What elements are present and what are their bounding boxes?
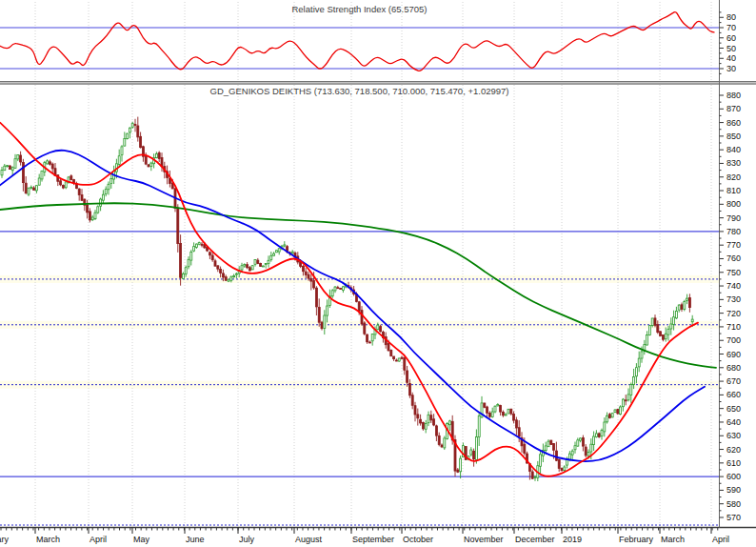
svg-text:August: August xyxy=(295,535,323,544)
svg-text:80: 80 xyxy=(726,12,736,22)
svg-text:770: 770 xyxy=(726,240,741,250)
svg-text:660: 660 xyxy=(726,390,741,399)
svg-text:860: 860 xyxy=(726,118,741,128)
svg-text:30: 30 xyxy=(726,64,736,73)
svg-text:650: 650 xyxy=(726,404,741,414)
svg-text:820: 820 xyxy=(726,172,741,182)
svg-text:880: 880 xyxy=(726,91,741,100)
svg-text:600: 600 xyxy=(726,472,741,481)
price-plot-area[interactable] xyxy=(0,85,719,526)
svg-text:2019: 2019 xyxy=(563,535,582,544)
svg-text:September: September xyxy=(352,535,394,544)
svg-text:580: 580 xyxy=(726,499,741,509)
svg-text:620: 620 xyxy=(726,445,741,455)
svg-text:870: 870 xyxy=(726,104,741,113)
svg-text:April: April xyxy=(90,535,107,544)
price-y-axis: 5705805906006106206306406506606706806907… xyxy=(720,91,742,522)
svg-text:730: 730 xyxy=(726,294,741,304)
svg-text:50: 50 xyxy=(726,44,736,53)
rsi-plot-area[interactable] xyxy=(0,0,719,81)
svg-text:680: 680 xyxy=(726,363,741,373)
svg-text:March: March xyxy=(661,535,685,544)
svg-text:July: July xyxy=(239,535,255,544)
chart-window: 3040506070805705805906006106206306406506… xyxy=(0,0,756,547)
svg-text:790: 790 xyxy=(726,213,741,223)
svg-text:March: March xyxy=(36,535,60,544)
svg-text:700: 700 xyxy=(726,335,741,345)
svg-text:630: 630 xyxy=(726,431,741,440)
svg-text:670: 670 xyxy=(726,376,741,386)
svg-text:November: November xyxy=(464,535,504,544)
rsi-y-axis: 304050607080 xyxy=(720,12,737,74)
svg-text:June: June xyxy=(186,535,205,544)
svg-text:70: 70 xyxy=(726,23,736,32)
svg-text:640: 640 xyxy=(726,417,741,427)
svg-text:May: May xyxy=(133,535,150,544)
svg-text:720: 720 xyxy=(726,309,741,318)
svg-text:840: 840 xyxy=(726,145,741,154)
svg-text:850: 850 xyxy=(726,132,741,141)
svg-text:December: December xyxy=(515,535,555,544)
svg-text:570: 570 xyxy=(726,513,741,522)
svg-text:760: 760 xyxy=(726,253,741,263)
svg-text:810: 810 xyxy=(726,186,741,195)
svg-text:710: 710 xyxy=(726,322,741,332)
svg-text:830: 830 xyxy=(726,158,741,168)
svg-text:February: February xyxy=(0,535,10,544)
svg-text:800: 800 xyxy=(726,199,741,209)
svg-text:610: 610 xyxy=(726,458,741,468)
svg-text:780: 780 xyxy=(726,227,741,236)
svg-text:40: 40 xyxy=(726,53,736,63)
x-axis: FebruaryMarchAprilMayJuneJulyAugustSepte… xyxy=(0,528,729,545)
svg-text:750: 750 xyxy=(726,268,741,277)
svg-text:590: 590 xyxy=(726,485,741,495)
svg-text:740: 740 xyxy=(726,281,741,291)
svg-text:690: 690 xyxy=(726,350,741,359)
svg-text:April: April xyxy=(712,535,729,544)
svg-text:60: 60 xyxy=(726,33,736,43)
chart-canvas: 3040506070805705805906006106206306406506… xyxy=(0,0,756,547)
svg-text:October: October xyxy=(403,535,433,544)
svg-text:February: February xyxy=(619,535,654,544)
